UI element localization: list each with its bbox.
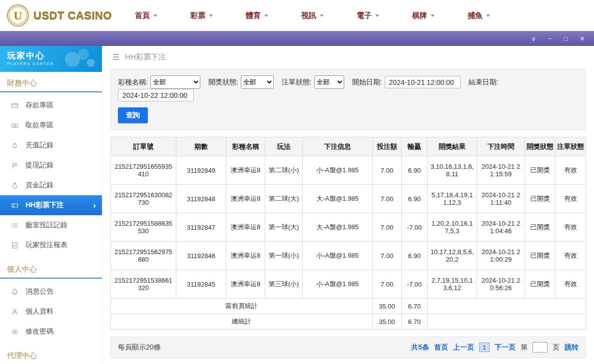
top-navbar: U USDT CASINO 首頁 彩票 體育 視訊 電子 棋牌 捕魚 (0, 0, 594, 31)
cell-order-no: 2152172951630082730 (111, 185, 176, 213)
link-next-page[interactable]: 下一页 (495, 343, 516, 352)
jump-button[interactable]: 跳转 (565, 343, 579, 352)
cell-order-status: 有效 (556, 213, 586, 242)
sidebar-item-label: 廳室投註記錄 (25, 221, 67, 230)
summary-label: 總統計 (111, 314, 373, 330)
col-header-order-status: 注單狀態 (556, 137, 586, 156)
sidebar-item-label: 修改密碼 (25, 327, 53, 336)
nav-item-live-video[interactable]: 視訊 (301, 11, 324, 20)
table-row: 2152172951588635530 31192847 澳洲幸运8 第一球(大… (111, 213, 586, 242)
cell-bet-info: 小-A盤@1.985 (303, 156, 373, 185)
cell-bet-info: 大-A盤@1.985 (303, 213, 373, 242)
main-nav: 首頁 彩票 體育 視訊 電子 棋牌 捕魚 (135, 11, 594, 20)
draw-status-label: 開獎狀態: (208, 78, 238, 87)
minimize-icon[interactable]: − (548, 35, 552, 42)
col-header-time: 下注時間 (477, 137, 525, 156)
end-date-input[interactable] (118, 89, 194, 101)
nav-item-fishing[interactable]: 捕魚 (468, 11, 490, 20)
cell-winloss: -7.00 (402, 270, 428, 299)
lottery-select[interactable]: 全部 (150, 75, 200, 89)
cell-amount: 7.00 (373, 156, 402, 185)
sidebar-item-profile[interactable]: 個人資料 (0, 302, 102, 322)
sidebar-item-label: 消息公告 (25, 287, 53, 296)
cell-play: 第三球(小) (265, 270, 303, 299)
nav-item-sports[interactable]: 體育 (246, 11, 268, 20)
report-check-icon (11, 242, 18, 249)
table-header-row: 訂單號 期數 彩種名稱 玩法 下注信息 投注額 輸贏 開獎結果 下注時間 開獎狀… (111, 137, 586, 156)
cell-time: 2024-10-21 21:15:59 (477, 156, 525, 185)
window-titlebar: ∨ − □ ✕ (0, 31, 594, 46)
summary-amount: 35.00 (373, 299, 402, 314)
cell-period: 31192846 (176, 242, 226, 270)
sidebar-item-funds-record[interactable]: 資金記錄 (0, 175, 102, 195)
sidebar-item-label: 取款專區 (25, 121, 53, 130)
close-icon[interactable]: ✕ (580, 35, 585, 42)
pagination-bar: 每頁顯示20條 共5条 首页 上一页 1 下一页 第 页 跳转 (110, 337, 586, 358)
search-button[interactable]: 查詢 (118, 107, 148, 123)
logo-icon: U (7, 4, 29, 26)
table-row: 2152172951562975680 31192846 澳洲幸运8 第一球(小… (111, 242, 586, 270)
sidebar-item-announcements[interactable]: 消息公告 (0, 282, 102, 302)
jump-label-pre: 第 (521, 343, 528, 352)
page-jump-input[interactable] (533, 342, 548, 353)
cell-amount: 7.00 (373, 213, 402, 242)
chevron-down-icon (209, 14, 213, 17)
cell-order-status: 有效 (556, 242, 586, 270)
nav-item-chess[interactable]: 棋牌 (412, 11, 435, 20)
chevron-down-icon (320, 14, 324, 17)
nav-label: 彩票 (190, 11, 205, 20)
col-header-bet-info: 下注信息 (303, 137, 373, 156)
pager: 共5条 首页 上一页 1 下一页 第 页 跳转 (411, 342, 579, 353)
sidebar-item-withdraw-record[interactable]: 提現記錄 (0, 155, 102, 175)
table-row: 2152172951630082730 31192848 澳洲幸运8 第二球(大… (111, 185, 586, 213)
sidebar-item-recharge-record[interactable]: 充值記錄 (0, 135, 102, 155)
collapse-icon[interactable]: ∨ (531, 35, 536, 42)
link-prev-page[interactable]: 上一页 (453, 343, 474, 352)
sidebar-item-change-password[interactable]: 修改密碼 (0, 322, 102, 342)
cell-winloss: 6.90 (402, 185, 428, 213)
sidebar-header: 玩家中心 PLAYERS CENTER (0, 46, 102, 72)
nav-item-home[interactable]: 首頁 (135, 11, 157, 20)
cell-result: 5,17,18,4,19,11,12,3 (428, 185, 477, 213)
sidebar-item-player-bet-report[interactable]: 玩家投注報表 (0, 235, 102, 255)
sidebar-item-withdraw[interactable]: 取款專區 (0, 115, 102, 135)
order-status-select[interactable]: 全部 (314, 75, 344, 89)
nav-item-lottery[interactable]: 彩票 (190, 11, 213, 20)
start-date-input[interactable] (385, 76, 461, 88)
link-first-page[interactable]: 首页 (434, 343, 448, 352)
cell-lottery: 澳洲幸运8 (226, 185, 265, 213)
logo-initial: U (13, 9, 22, 22)
jump-label-post: 页 (553, 343, 560, 352)
cell-result: 3,10,16,13,1,6,8,11 (428, 156, 477, 185)
lottery-select-label: 彩種名稱: (118, 78, 148, 87)
sidebar-item-deposit[interactable]: 存款專區 (0, 95, 102, 115)
cell-lottery: 澳洲幸运8 (226, 156, 265, 185)
bets-table: 訂單號 期數 彩種名稱 玩法 下注信息 投注額 輸贏 開獎結果 下注時間 開獎狀… (110, 137, 586, 330)
section-label-agent: 代理中心 (0, 345, 102, 364)
summary-amount: 35.00 (373, 314, 402, 330)
sidebar: 玩家中心 PLAYERS CENTER 財務中心 存款專區 取款專區 充值記錄 (0, 46, 102, 364)
cell-order-no: 2152172951562975680 (111, 242, 176, 270)
sidebar-item-label: 玩家投注報表 (25, 241, 67, 250)
end-date-label: 結束日期: (469, 78, 499, 87)
sidebar-item-hall-bet-records[interactable]: 廳室投註記錄 (0, 215, 102, 235)
cell-result: 1,20,2,10,16,17,5,3 (428, 213, 477, 242)
filter-panel: 彩種名稱: 全部 開獎狀態: 全部 注單狀態: 全部 開始日期: 結束日期: 查… (110, 69, 586, 130)
chevron-right-icon: › (93, 201, 96, 210)
sidebar-item-hh-lottery-bets[interactable]: HH彩票下注 › (0, 195, 102, 215)
nav-item-slots[interactable]: 電子 (357, 11, 379, 20)
maximize-icon[interactable]: □ (564, 35, 568, 42)
total-summary-row: 總統計 35.00 6.70 (111, 314, 586, 330)
cell-order-status: 有效 (556, 156, 586, 185)
col-header-order-no: 訂單號 (111, 137, 176, 156)
nav-label: 視訊 (301, 11, 316, 20)
cell-play: 第一球(大) (265, 213, 303, 242)
col-header-amount: 投注額 (373, 137, 402, 156)
draw-status-select[interactable]: 全部 (241, 75, 274, 89)
usdt-casino-logo[interactable]: U USDT CASINO (0, 4, 120, 26)
menu-icon[interactable]: ☰ (112, 52, 119, 62)
summary-empty (428, 314, 586, 330)
cell-result: 2,7,19,15,10,13,6,12 (428, 270, 477, 299)
sidebar-item-label: 存款專區 (25, 101, 53, 110)
section-label-finance: 財務中心 (0, 72, 102, 92)
